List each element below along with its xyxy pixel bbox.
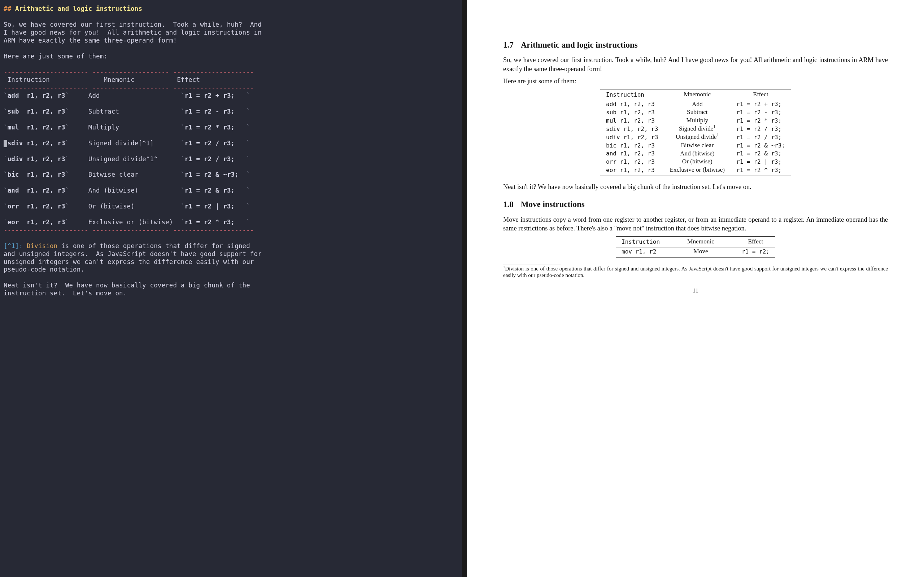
section-title: Move instructions [521,200,585,209]
footnote-text: Division is one of those operations that… [503,266,888,279]
section-number: 1.7 [503,40,514,50]
editor-line: Here are just some of them: [3,53,108,60]
paragraph: Here are just some of them: [503,77,888,85]
table-row: mov r1, r2Mover1 = r2; [616,247,775,257]
footnote-keyword: Division [27,242,57,250]
paragraph: So, we have covered our first instructio… [503,56,888,73]
markdown-editor[interactable]: ## Arithmetic and logic instructions So,… [0,0,462,577]
section-number: 1.8 [503,199,514,210]
editor-line: instruction set. Let's move on. [3,290,127,297]
table-row: orr r1, r2, r3Or (bitwise)r1 = r2 | r3; [600,158,791,166]
table-row: mul r1, r2, r3Multiplyr1 = r2 * r3; [600,116,791,125]
editor-line: I have good news for you! All arithmetic… [3,29,262,36]
pdf-page: 1.7Arithmetic and logic instructions So,… [467,0,924,577]
editor-line: So, we have covered our first instructio… [3,21,262,28]
th-mnem: Mnemonic [664,89,731,100]
move-table: Instruction Mnemonic Effect mov r1, r2Mo… [616,236,775,258]
footnote-rule [503,264,561,264]
th-eff: Effect [736,236,775,247]
pane-divider[interactable] [462,0,467,577]
footnote-label: [^1]: [3,242,23,250]
editor-line: and unsigned integers. As JavaScript doe… [3,250,262,258]
table-row: and r1, r2, r3And (bitwise)r1 = r2 & r3; [600,150,791,158]
th-mnem: Mnemonic [103,76,134,83]
paragraph: Neat isn't it? We have now basically cov… [503,182,888,191]
table-row: udiv r1, r2, r3Unsigned divide1r1 = r2 /… [600,133,791,141]
section-title: Arithmetic and logic instructions [521,40,638,49]
editor-line: is one of those operations that differ f… [57,242,250,250]
instruction-table: Instruction Mnemonic Effect add r1, r2, … [600,89,791,176]
paragraph: Move instructions copy a word from one r… [503,215,888,233]
table-rule: ---------------------- -----------------… [3,84,254,91]
editor-line: Neat isn't it? We have now basically cov… [3,282,250,289]
pdf-preview[interactable]: 1.7Arithmetic and logic instructions So,… [467,0,924,577]
table-row: add r1, r2, r3Addr1 = r2 + r3; [600,100,791,108]
heading-hash: ## [3,5,11,12]
th-instr: Instruction [616,236,666,247]
th-mnem: Mnemonic [666,236,736,247]
editor-line: ARM have exactly the same three-operand … [3,37,177,44]
section-heading: 1.8Move instructions [503,199,888,210]
table-rule: ---------------------- -----------------… [3,68,254,76]
table-row: eor r1, r2, r3Exclusive or (bitwise)r1 =… [600,166,791,176]
editor-line: pseudo-code notation. [3,266,84,273]
th-eff: Effect [177,76,200,83]
text-cursor [3,140,7,147]
table-row: sub r1, r2, r3Subtractr1 = r2 - r3; [600,108,791,116]
section-heading: 1.7Arithmetic and logic instructions [503,40,888,50]
heading-text: Arithmetic and logic instructions [15,5,142,12]
table-row: bic r1, r2, r3Bitwise clearr1 = r2 & ~r3… [600,141,791,150]
table-row: sdiv r1, r2, r3Signed divide1r1 = r2 / r… [600,125,791,133]
table-rule: ---------------------- -----------------… [3,226,254,234]
th-instr: Instruction [8,76,50,83]
editor-line: unsigned integers we can't express the d… [3,258,254,266]
footnote: 1Division is one of those operations tha… [503,266,888,279]
th-instr: Instruction [600,89,664,100]
th-eff: Effect [730,89,791,100]
page-number: 11 [503,287,888,295]
